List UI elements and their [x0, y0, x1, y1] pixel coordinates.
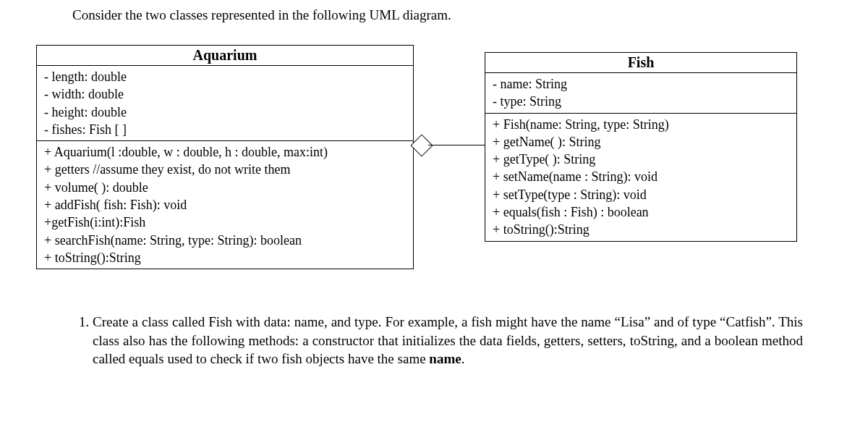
uml-diagram: Aquarium - length: double - width: doubl…: [29, 45, 868, 291]
method-line: + toString():String: [44, 249, 406, 266]
method-line: + getName( ): String: [493, 133, 789, 151]
uml-class-fish: Fish - name: String - type: String + Fis…: [485, 52, 797, 242]
method-line: + Aquarium(l :double, w : double, h : do…: [44, 143, 406, 161]
method-line: + toString():String: [493, 221, 789, 238]
aquarium-methods: + Aquarium(l :double, w : double, h : do…: [37, 141, 413, 269]
uml-class-aquarium: Aquarium - length: double - width: doubl…: [36, 45, 414, 269]
connector-line: [428, 145, 485, 145]
method-line: + setType(type : String): void: [493, 186, 789, 203]
question-1: Create a class called Fish with data: na…: [72, 313, 803, 368]
method-line: + setName(name : String): void: [493, 168, 789, 185]
method-line: + getters //assume they exist, do not wr…: [44, 161, 406, 178]
aquarium-attributes: - length: double - width: double - heigh…: [37, 66, 413, 141]
aggregation-connector: [414, 138, 485, 152]
attr-line: - type: String: [493, 93, 789, 110]
fish-methods: + Fish(name: String, type: String) + get…: [485, 114, 796, 241]
q1-text-after: .: [461, 351, 465, 366]
method-line: + getType( ): String: [493, 151, 789, 168]
attr-line: - length: double: [44, 68, 406, 85]
method-line: + addFish( fish: Fish): void: [44, 196, 406, 214]
method-line: + volume( ): double: [44, 179, 406, 196]
intro-text: Consider the two classes represented in …: [72, 7, 868, 23]
fish-title: Fish: [485, 53, 796, 73]
attr-line: - height: double: [44, 104, 406, 121]
method-line: + equals(fish : Fish) : boolean: [493, 203, 789, 221]
question-1-text: Create a class called Fish with data: na…: [93, 313, 803, 368]
method-line: +getFish(i:int):Fish: [44, 214, 406, 231]
method-line: + searchFish(name: String, type: String)…: [44, 232, 406, 249]
attr-line: - fishes: Fish [ ]: [44, 121, 406, 138]
attr-line: - name: String: [493, 75, 789, 93]
diamond-icon: [410, 134, 433, 156]
method-line: + Fish(name: String, type: String): [493, 116, 789, 133]
fish-attributes: - name: String - type: String: [485, 73, 796, 114]
attr-line: - width: double: [44, 85, 406, 103]
aquarium-title: Aquarium: [37, 46, 413, 66]
q1-bold: name: [429, 351, 461, 366]
